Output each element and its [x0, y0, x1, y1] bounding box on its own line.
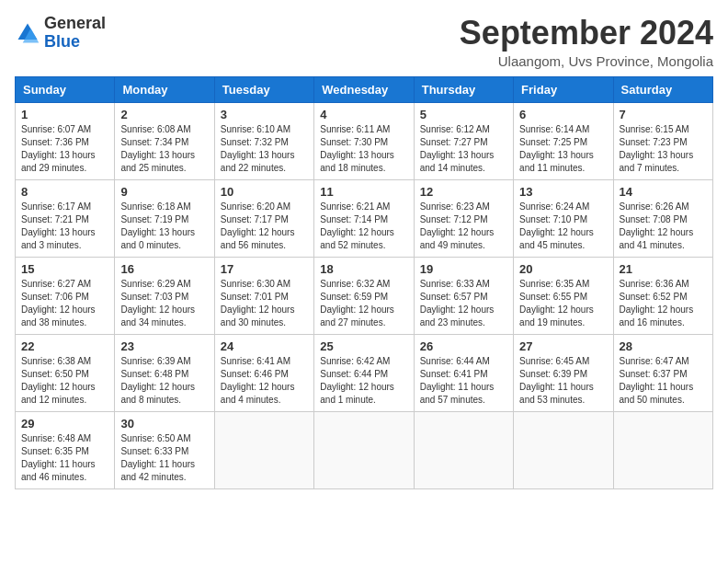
day-number: 8: [21, 185, 108, 199]
day-info: Sunrise: 6:14 AM Sunset: 7:25 PM Dayligh…: [519, 123, 607, 175]
day-number: 18: [320, 262, 407, 276]
calendar-cell: 27Sunrise: 6:45 AM Sunset: 6:39 PM Dayli…: [514, 334, 613, 411]
calendar-cell: 16Sunrise: 6:29 AM Sunset: 7:03 PM Dayli…: [115, 257, 214, 334]
calendar-header-row: SundayMondayTuesdayWednesdayThursdayFrid…: [16, 76, 713, 102]
calendar-cell: 21Sunrise: 6:36 AM Sunset: 6:52 PM Dayli…: [613, 257, 712, 334]
calendar-cell: 14Sunrise: 6:26 AM Sunset: 7:08 PM Dayli…: [613, 179, 712, 257]
calendar-cell: 30Sunrise: 6:50 AM Sunset: 6:33 PM Dayli…: [115, 411, 214, 488]
page-header: General Blue September 2024 Ulaangom, Uv…: [15, 15, 713, 69]
day-number: 28: [620, 339, 707, 353]
calendar-cell: [414, 411, 513, 488]
logo-icon: [15, 20, 40, 46]
day-number: 17: [221, 262, 308, 276]
day-number: 19: [420, 262, 507, 276]
day-number: 13: [519, 185, 607, 199]
calendar-cell: 8Sunrise: 6:17 AM Sunset: 7:21 PM Daylig…: [16, 179, 115, 257]
calendar-cell: 23Sunrise: 6:39 AM Sunset: 6:48 PM Dayli…: [115, 334, 214, 411]
day-info: Sunrise: 6:17 AM Sunset: 7:21 PM Dayligh…: [21, 201, 108, 252]
calendar-cell: 11Sunrise: 6:21 AM Sunset: 7:14 PM Dayli…: [314, 179, 414, 257]
calendar-cell: 24Sunrise: 6:41 AM Sunset: 6:46 PM Dayli…: [214, 334, 313, 411]
day-info: Sunrise: 6:50 AM Sunset: 6:33 PM Dayligh…: [120, 432, 208, 484]
calendar-cell: 29Sunrise: 6:48 AM Sunset: 6:35 PM Dayli…: [16, 411, 115, 488]
day-info: Sunrise: 6:48 AM Sunset: 6:35 PM Dayligh…: [21, 432, 108, 484]
calendar-cell: [613, 411, 712, 488]
day-number: 6: [519, 108, 607, 121]
day-info: Sunrise: 6:15 AM Sunset: 7:23 PM Dayligh…: [620, 123, 707, 175]
day-header-saturday: Saturday: [613, 76, 712, 102]
day-number: 5: [420, 108, 507, 121]
calendar-cell: 2Sunrise: 6:08 AM Sunset: 7:34 PM Daylig…: [115, 102, 214, 179]
day-number: 27: [519, 339, 607, 353]
week-row-3: 15Sunrise: 6:27 AM Sunset: 7:06 PM Dayli…: [16, 257, 713, 334]
day-info: Sunrise: 6:29 AM Sunset: 7:03 PM Dayligh…: [120, 278, 208, 329]
day-number: 16: [120, 262, 208, 276]
day-info: Sunrise: 6:39 AM Sunset: 6:48 PM Dayligh…: [120, 355, 208, 407]
day-info: Sunrise: 6:08 AM Sunset: 7:34 PM Dayligh…: [120, 123, 208, 175]
day-header-friday: Friday: [514, 76, 613, 102]
day-header-sunday: Sunday: [16, 76, 115, 102]
day-number: 10: [221, 185, 308, 199]
day-number: 4: [320, 108, 407, 121]
logo-text: General Blue: [44, 15, 106, 52]
day-info: Sunrise: 6:32 AM Sunset: 6:59 PM Dayligh…: [320, 278, 407, 329]
day-info: Sunrise: 6:42 AM Sunset: 6:44 PM Dayligh…: [320, 355, 407, 407]
day-header-tuesday: Tuesday: [214, 76, 313, 102]
calendar-cell: [514, 411, 613, 488]
calendar-cell: 18Sunrise: 6:32 AM Sunset: 6:59 PM Dayli…: [314, 257, 414, 334]
day-info: Sunrise: 6:20 AM Sunset: 7:17 PM Dayligh…: [221, 201, 308, 252]
location-subtitle: Ulaangom, Uvs Province, Mongolia: [460, 53, 713, 69]
day-number: 20: [519, 262, 607, 276]
calendar-cell: 1Sunrise: 6:07 AM Sunset: 7:36 PM Daylig…: [16, 102, 115, 179]
day-number: 2: [120, 108, 208, 121]
day-number: 3: [221, 108, 308, 121]
calendar-cell: [214, 411, 313, 488]
day-info: Sunrise: 6:47 AM Sunset: 6:37 PM Dayligh…: [620, 355, 707, 407]
calendar-cell: 28Sunrise: 6:47 AM Sunset: 6:37 PM Dayli…: [613, 334, 712, 411]
calendar-cell: 5Sunrise: 6:12 AM Sunset: 7:27 PM Daylig…: [414, 102, 513, 179]
day-number: 9: [120, 185, 208, 199]
title-block: September 2024 Ulaangom, Uvs Province, M…: [460, 15, 713, 69]
day-info: Sunrise: 6:38 AM Sunset: 6:50 PM Dayligh…: [21, 355, 108, 407]
logo: General Blue: [15, 15, 106, 52]
calendar-cell: 15Sunrise: 6:27 AM Sunset: 7:06 PM Dayli…: [16, 257, 115, 334]
day-number: 23: [120, 339, 208, 353]
day-number: 24: [221, 339, 308, 353]
calendar-cell: 4Sunrise: 6:11 AM Sunset: 7:30 PM Daylig…: [314, 102, 414, 179]
day-info: Sunrise: 6:33 AM Sunset: 6:57 PM Dayligh…: [420, 278, 507, 329]
week-row-1: 1Sunrise: 6:07 AM Sunset: 7:36 PM Daylig…: [16, 102, 713, 179]
calendar-cell: 22Sunrise: 6:38 AM Sunset: 6:50 PM Dayli…: [16, 334, 115, 411]
calendar-cell: 9Sunrise: 6:18 AM Sunset: 7:19 PM Daylig…: [115, 179, 214, 257]
day-info: Sunrise: 6:23 AM Sunset: 7:12 PM Dayligh…: [420, 201, 507, 252]
month-title: September 2024: [460, 15, 713, 52]
day-number: 12: [420, 185, 507, 199]
calendar-cell: 20Sunrise: 6:35 AM Sunset: 6:55 PM Dayli…: [514, 257, 613, 334]
day-number: 29: [21, 417, 108, 431]
calendar-cell: 7Sunrise: 6:15 AM Sunset: 7:23 PM Daylig…: [613, 102, 712, 179]
day-header-thursday: Thursday: [414, 76, 513, 102]
week-row-5: 29Sunrise: 6:48 AM Sunset: 6:35 PM Dayli…: [16, 411, 713, 488]
day-number: 11: [320, 185, 407, 199]
calendar-cell: 3Sunrise: 6:10 AM Sunset: 7:32 PM Daylig…: [214, 102, 313, 179]
calendar-cell: 19Sunrise: 6:33 AM Sunset: 6:57 PM Dayli…: [414, 257, 513, 334]
day-number: 25: [320, 339, 407, 353]
calendar-cell: 12Sunrise: 6:23 AM Sunset: 7:12 PM Dayli…: [414, 179, 513, 257]
day-info: Sunrise: 6:10 AM Sunset: 7:32 PM Dayligh…: [221, 123, 308, 175]
day-header-monday: Monday: [115, 76, 214, 102]
day-number: 14: [620, 185, 707, 199]
day-number: 15: [21, 262, 108, 276]
day-info: Sunrise: 6:35 AM Sunset: 6:55 PM Dayligh…: [519, 278, 607, 329]
day-number: 26: [420, 339, 507, 353]
day-number: 30: [120, 417, 208, 431]
day-info: Sunrise: 6:44 AM Sunset: 6:41 PM Dayligh…: [420, 355, 507, 407]
calendar-cell: 25Sunrise: 6:42 AM Sunset: 6:44 PM Dayli…: [314, 334, 414, 411]
day-info: Sunrise: 6:12 AM Sunset: 7:27 PM Dayligh…: [420, 123, 507, 175]
week-row-4: 22Sunrise: 6:38 AM Sunset: 6:50 PM Dayli…: [16, 334, 713, 411]
week-row-2: 8Sunrise: 6:17 AM Sunset: 7:21 PM Daylig…: [16, 179, 713, 257]
calendar-cell: [314, 411, 414, 488]
calendar-cell: 26Sunrise: 6:44 AM Sunset: 6:41 PM Dayli…: [414, 334, 513, 411]
day-info: Sunrise: 6:26 AM Sunset: 7:08 PM Dayligh…: [620, 201, 707, 252]
day-info: Sunrise: 6:18 AM Sunset: 7:19 PM Dayligh…: [120, 201, 208, 252]
day-info: Sunrise: 6:45 AM Sunset: 6:39 PM Dayligh…: [519, 355, 607, 407]
calendar-table: SundayMondayTuesdayWednesdayThursdayFrid…: [15, 76, 713, 489]
day-number: 7: [620, 108, 707, 121]
